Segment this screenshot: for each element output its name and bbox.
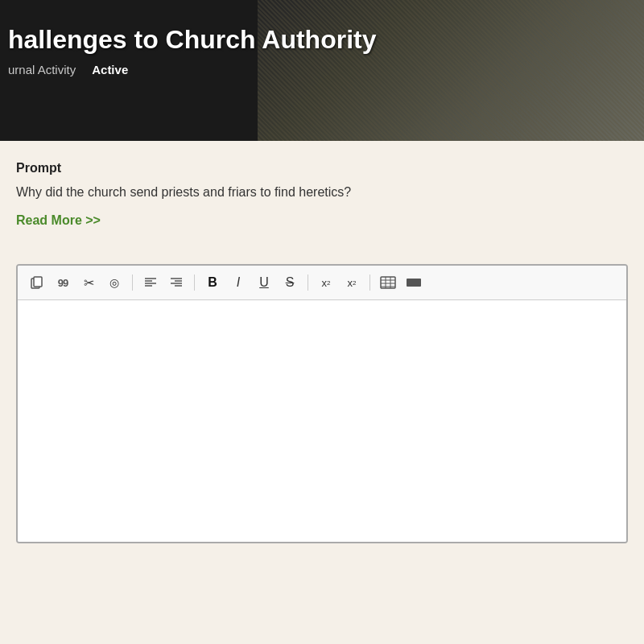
main-content: Prompt Why did the church send priests a… (0, 141, 644, 644)
bold-button[interactable]: B (201, 272, 224, 293)
page-title: hallenges to Church Authority (8, 24, 628, 55)
header-content: hallenges to Church Authority urnal Acti… (0, 0, 644, 76)
subscript-button[interactable]: x2 (315, 272, 337, 293)
align-right-button[interactable] (165, 272, 188, 293)
circle-button[interactable]: ◎ (103, 272, 126, 293)
prompt-label: Prompt (16, 161, 628, 175)
read-more-link[interactable]: Read More >> (16, 213, 101, 228)
header-subtitle-row: urnal Activity Active (8, 63, 628, 76)
quote-button[interactable]: 99 (52, 272, 74, 293)
header: hallenges to Church Authority urnal Acti… (0, 0, 644, 141)
cut-button[interactable]: ✂ (77, 272, 100, 293)
align-left-button[interactable] (139, 272, 162, 293)
prompt-text: Why did the church send priests and fria… (16, 184, 628, 201)
table-button[interactable] (377, 272, 399, 293)
status-badge: Active (92, 63, 128, 76)
svg-rect-16 (407, 279, 421, 287)
toolbar-divider-2 (194, 275, 195, 291)
italic-button[interactable]: I (227, 272, 250, 293)
editor-body[interactable] (18, 300, 626, 542)
superscript-button[interactable]: x2 (341, 272, 363, 293)
underline-button[interactable]: U (253, 272, 275, 293)
toolbar-divider-4 (369, 275, 370, 291)
toolbar-divider-1 (132, 275, 133, 291)
rectangle-button[interactable] (402, 272, 425, 293)
strikethrough-button[interactable]: S (279, 272, 301, 293)
editor-container: 99 ✂ ◎ B (16, 264, 628, 543)
copy-button[interactable] (26, 272, 48, 293)
svg-rect-1 (34, 277, 42, 287)
toolbar-divider-3 (308, 275, 308, 291)
activity-type-label: urnal Activity (8, 63, 76, 76)
editor-toolbar: 99 ✂ ◎ B (18, 266, 626, 300)
